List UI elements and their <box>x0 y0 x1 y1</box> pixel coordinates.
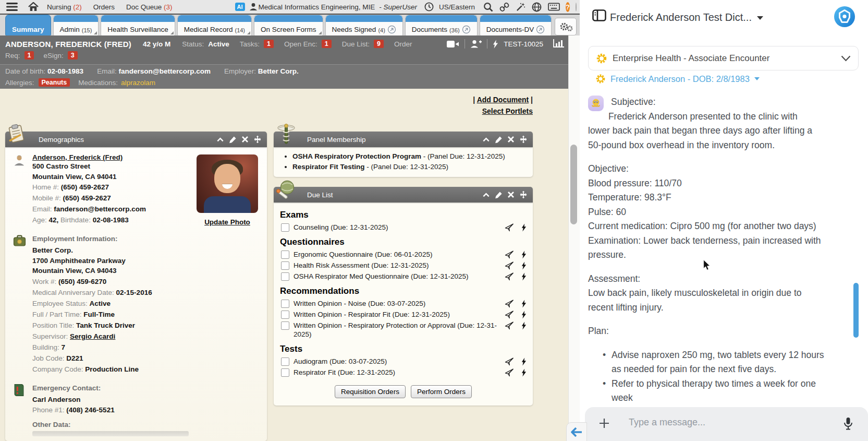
edit-pencil-icon[interactable] <box>495 191 503 199</box>
external-link-icon[interactable] <box>387 25 396 34</box>
select-portlets-link[interactable]: Select Portlets <box>482 107 533 115</box>
tab-admin[interactable]: Admin(15) <box>53 15 99 35</box>
external-link-icon[interactable] <box>462 25 471 34</box>
update-photo-link[interactable]: Update Photo <box>204 218 250 226</box>
encounter-selector[interactable]: Enterprise Health - Associate Encounter <box>588 46 859 70</box>
help-icon[interactable]: ? <box>566 2 570 12</box>
due-list-badge[interactable]: 9 <box>374 40 384 48</box>
attach-plus-icon[interactable] <box>598 418 610 429</box>
home-icon[interactable] <box>28 2 39 11</box>
medication-value[interactable]: alprazolam <box>121 79 155 87</box>
send-requisition-icon[interactable] <box>505 261 514 270</box>
left-scrollbar-thumb[interactable] <box>570 145 577 224</box>
toolbar-menu-doc-queue[interactable]: Doc Queue (3) <box>126 3 173 11</box>
collapse-icon[interactable] <box>216 136 224 144</box>
perform-orders-button[interactable]: Perform Orders <box>411 385 472 398</box>
ai-badge[interactable]: AI <box>235 3 245 11</box>
open-enc-badge[interactable]: 1 <box>322 40 332 48</box>
message-input-placeholder[interactable]: Type a message... <box>629 417 705 428</box>
hamburger-menu-icon[interactable] <box>6 3 18 11</box>
tab-needs-signed[interactable]: Needs Signed(4) <box>325 15 403 35</box>
perform-now-bolt-icon[interactable] <box>521 357 527 366</box>
send-requisition-icon[interactable] <box>505 311 514 319</box>
panel-collapse-button[interactable] <box>566 422 587 441</box>
perform-now-bolt-icon[interactable] <box>521 311 527 319</box>
close-icon[interactable] <box>507 191 515 198</box>
send-requisition-icon[interactable] <box>505 251 514 259</box>
portlet-header[interactable]: Panel Membership <box>274 132 533 147</box>
edit-pencil-icon[interactable] <box>495 136 503 144</box>
send-requisition-icon[interactable] <box>505 223 514 232</box>
tab-on-screen-forms[interactable]: On Screen Forms <box>254 15 323 35</box>
checkbox[interactable] <box>281 300 289 308</box>
patient-context-dropdown[interactable]: Frederick Anderson - DOB: 2/8/1983 <box>595 74 760 84</box>
app-logo[interactable] <box>834 6 855 28</box>
tab-settings-button[interactable] <box>555 18 577 35</box>
add-document-link[interactable]: Add Document <box>477 96 529 104</box>
perform-now-bolt-icon[interactable] <box>521 300 527 308</box>
patient-name[interactable]: ANDERSON, FREDERICK (FRED) <box>5 40 131 49</box>
magic-wand-icon[interactable] <box>516 2 525 12</box>
checkbox[interactable] <box>281 261 289 270</box>
checkbox[interactable] <box>281 311 289 319</box>
toolbar-menu-nursing[interactable]: Nursing (2) <box>47 3 82 11</box>
search-icon[interactable] <box>483 2 493 12</box>
left-scrollbar-track[interactable] <box>568 35 580 441</box>
tasks-badge[interactable]: 1 <box>264 40 274 48</box>
quick-action-bolt-icon[interactable] <box>493 40 498 49</box>
allergy-badge[interactable]: Peanuts <box>39 78 70 87</box>
edit-pencil-icon[interactable] <box>229 136 237 144</box>
order-link[interactable]: Order <box>394 40 412 48</box>
move-icon[interactable] <box>253 135 262 144</box>
send-requisition-icon[interactable] <box>505 368 514 377</box>
checkbox[interactable] <box>281 251 289 259</box>
message-input-bar[interactable]: Type a message... <box>585 407 868 441</box>
collapse-icon[interactable] <box>482 136 490 144</box>
chart-graph-icon[interactable] <box>553 39 565 49</box>
perform-now-bolt-icon[interactable] <box>521 261 527 270</box>
portlet-header[interactable]: Due List <box>274 187 533 202</box>
perform-now-bolt-icon[interactable] <box>521 251 527 259</box>
video-call-icon[interactable] <box>447 40 459 48</box>
close-icon[interactable] <box>507 136 515 143</box>
perform-now-bolt-icon[interactable] <box>521 368 527 377</box>
checkbox[interactable] <box>281 272 289 281</box>
timezone-label[interactable]: US/Eastern <box>439 3 475 11</box>
tab-documents-dv[interactable]: Documents-DV <box>480 15 552 35</box>
patient-name-link[interactable]: Anderson, Frederick (Fred) <box>32 153 194 161</box>
req-badge[interactable]: 1 <box>25 51 34 59</box>
microphone-icon[interactable] <box>842 416 854 432</box>
send-requisition-icon[interactable] <box>505 321 514 330</box>
portlet-header[interactable]: Demographics <box>5 132 267 147</box>
field-value-link[interactable]: Sergio Acardi <box>70 332 115 340</box>
send-requisition-icon[interactable] <box>505 272 514 281</box>
requisition-orders-button[interactable]: Requisition Orders <box>335 385 406 398</box>
external-link-icon[interactable] <box>536 25 545 34</box>
add-person-icon[interactable] <box>470 40 482 48</box>
panel-scrollbar-thumb[interactable] <box>853 283 859 338</box>
send-requisition-icon[interactable] <box>505 357 514 366</box>
patient-photo[interactable] <box>197 154 258 213</box>
link-icon[interactable] <box>499 2 509 12</box>
toolbar-menu-orders[interactable]: Orders <box>93 3 115 11</box>
session-title-dropdown[interactable]: Frederick Anderson Test Dict... <box>601 11 773 23</box>
send-requisition-icon[interactable] <box>505 300 514 308</box>
esign-badge[interactable]: 3 <box>68 51 78 59</box>
perform-now-bolt-icon[interactable] <box>521 223 527 232</box>
move-icon[interactable] <box>519 190 528 199</box>
globe-icon[interactable] <box>532 2 542 12</box>
collapse-icon[interactable] <box>482 191 490 199</box>
keyboard-icon[interactable] <box>548 3 560 11</box>
tab-summary[interactable]: Summary <box>5 15 51 35</box>
checkbox[interactable] <box>281 368 289 377</box>
close-icon[interactable] <box>241 136 249 143</box>
perform-now-bolt-icon[interactable] <box>521 272 527 281</box>
perform-now-bolt-icon[interactable] <box>521 321 527 330</box>
checkbox[interactable] <box>281 223 289 232</box>
checkbox[interactable] <box>281 321 289 330</box>
checkbox[interactable] <box>281 357 289 366</box>
tab-health-surveillance[interactable]: Health Surveillance <box>101 15 175 35</box>
move-icon[interactable] <box>519 135 528 144</box>
tab-documents[interactable]: Documents(36) <box>405 15 478 35</box>
tab-medical-record[interactable]: Medical Record(14) <box>177 15 252 35</box>
